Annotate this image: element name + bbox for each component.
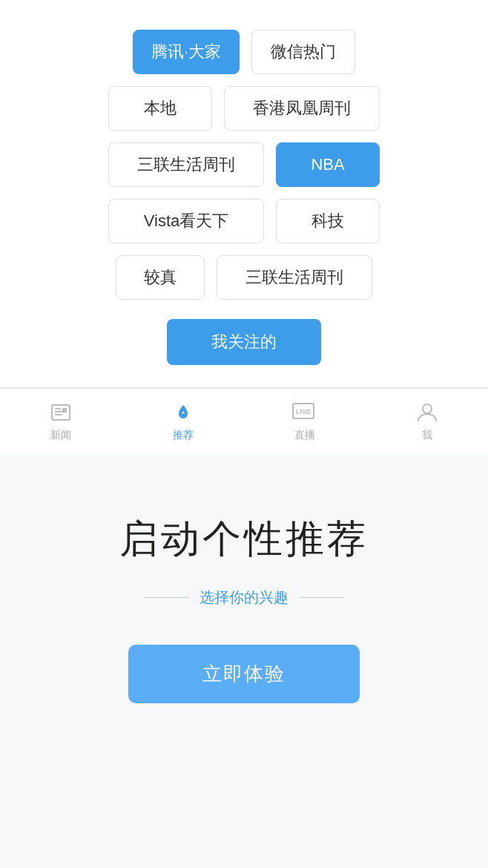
nav-label: 我 — [422, 429, 432, 442]
tag-button[interactable]: 香港凤凰周刊 — [224, 86, 380, 131]
live-icon: LIVE — [291, 399, 318, 426]
tags-row: Vista看天下科技 — [108, 199, 380, 243]
svg-rect-1 — [55, 408, 61, 410]
tags-grid: 腾讯·大家微信热门本地香港凤凰周刊三联生活周刊NBAVista看天下科技较真三联… — [22, 30, 466, 365]
tag-button[interactable]: 三联生活周刊 — [217, 255, 372, 300]
subtitle-row: 选择你的兴趣 — [145, 588, 343, 608]
tag-button[interactable]: 本地 — [108, 86, 212, 131]
action-row: 我关注的 — [167, 312, 321, 365]
tags-row: 三联生活周刊NBA — [108, 142, 380, 187]
tags-row: 腾讯·大家微信热门 — [133, 30, 355, 74]
bottom-nav: 新闻 推荐 LIVE 直播 我 — [0, 388, 488, 454]
tags-row: 较真三联生活周刊 — [116, 255, 372, 300]
profile-icon — [414, 399, 441, 426]
nav-label: 直播 — [294, 429, 315, 442]
svg-point-7 — [423, 404, 432, 413]
tag-button[interactable]: NBA — [276, 142, 380, 187]
tag-button[interactable]: 三联生活周刊 — [108, 142, 264, 187]
nav-item-推荐[interactable]: 推荐 — [154, 399, 213, 442]
subtitle-text: 选择你的兴趣 — [200, 588, 288, 608]
experience-button[interactable]: 立即体验 — [128, 645, 360, 703]
nav-label: 新闻 — [50, 429, 71, 442]
nav-item-我[interactable]: 我 — [398, 399, 457, 442]
main-title: 启动个性推荐 — [119, 513, 369, 565]
nav-label: 推荐 — [173, 429, 194, 442]
tag-button[interactable]: 微信热门 — [251, 30, 355, 74]
svg-rect-3 — [55, 414, 62, 415]
subtitle-line-right — [299, 597, 343, 598]
nav-item-新闻[interactable]: 新闻 — [31, 399, 90, 442]
follow-button[interactable]: 我关注的 — [167, 319, 321, 365]
lower-section: 启动个性推荐 选择你的兴趣 立即体验 — [0, 454, 488, 868]
nav-item-直播[interactable]: LIVE 直播 — [275, 399, 334, 442]
tag-button[interactable]: 较真 — [116, 255, 205, 300]
top-section: 腾讯·大家微信热门本地香港凤凰周刊三联生活周刊NBAVista看天下科技较真三联… — [0, 0, 488, 388]
tag-button[interactable]: 科技 — [276, 199, 380, 243]
svg-rect-4 — [62, 408, 67, 412]
svg-text:LIVE: LIVE — [296, 408, 311, 415]
recommend-icon — [170, 399, 197, 426]
tag-button[interactable]: 腾讯·大家 — [133, 30, 240, 74]
news-icon — [47, 399, 74, 426]
subtitle-line-left — [145, 597, 189, 598]
tags-row: 本地香港凤凰周刊 — [108, 86, 380, 131]
tag-button[interactable]: Vista看天下 — [108, 199, 264, 243]
